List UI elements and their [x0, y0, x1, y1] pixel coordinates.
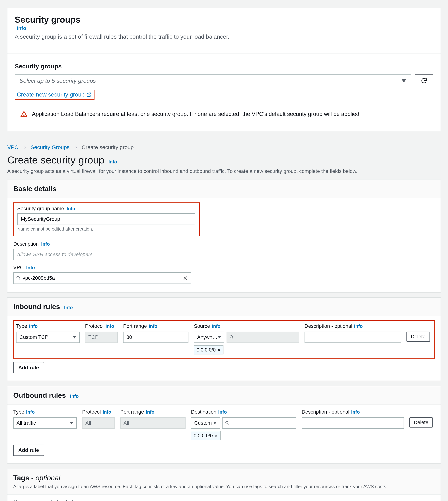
svg-line-7 [232, 338, 233, 339]
caret-down-icon [213, 422, 217, 424]
ob-desc-info[interactable]: Info [351, 409, 360, 415]
caret-down-icon [73, 336, 76, 339]
outbound-add-rule-button[interactable]: Add rule [13, 445, 44, 456]
desc-info[interactable]: Info [41, 241, 50, 247]
inbound-desc-field[interactable] [304, 332, 401, 343]
inbound-info[interactable]: Info [64, 305, 73, 310]
refresh-button[interactable] [415, 74, 433, 87]
svg-point-1 [24, 115, 24, 116]
desc-label: Description [13, 241, 39, 247]
outbound-delete-button[interactable]: Delete [409, 417, 433, 428]
chevron-right-icon [23, 146, 26, 149]
inbound-proto-field: TCP [85, 332, 118, 343]
svg-line-3 [19, 279, 20, 279]
tags-empty: No tags associated with the resource. [13, 499, 435, 501]
close-icon[interactable] [217, 348, 221, 352]
vpc-value: vpc-2009bd5a [23, 275, 55, 281]
basic-heading: Basic details [13, 185, 56, 193]
col-port: Port range [123, 323, 147, 329]
inbound-source-search[interactable] [226, 332, 299, 343]
col-proto: Protocol [85, 323, 104, 329]
name-label: Security group name [17, 206, 64, 211]
outbound-dst-select[interactable]: Custom [191, 417, 220, 429]
search-icon [229, 335, 234, 339]
col-type-ob: Type [13, 409, 24, 415]
desc-input[interactable]: Allows SSH access to developers [13, 249, 191, 260]
inbound-source-select[interactable]: Anywh… [194, 332, 224, 343]
col-desc-ob: Description - optional [302, 409, 349, 415]
svg-point-2 [17, 276, 19, 279]
outbound-port-field: All [120, 417, 186, 429]
name-hint: Name cannot be edited after creation. [17, 226, 196, 232]
sg-title: Security groups [15, 15, 433, 25]
sg-section-label: Security groups [15, 63, 433, 70]
sg-select-dropdown[interactable]: Select up to 5 security groups [15, 74, 411, 87]
tags-heading: Tags - optional [13, 474, 60, 482]
col-desc: Description - optional [304, 323, 352, 329]
ob-type-info[interactable]: Info [26, 409, 35, 415]
refresh-icon [421, 77, 428, 84]
inbound-add-rule-button[interactable]: Add rule [13, 362, 44, 373]
search-icon [225, 421, 229, 425]
outbound-proto-field: All [82, 417, 115, 429]
ob-dst-info[interactable]: Info [218, 409, 227, 415]
inbound-port-field[interactable]: 80 [123, 332, 189, 343]
ob-port-info[interactable]: Info [146, 409, 155, 415]
create-sg-link-text: Create new security group [17, 91, 85, 98]
col-dst-ob: Destination [191, 409, 216, 415]
sg-warning-alert: Application Load Balancers require at le… [15, 105, 433, 123]
sg-subtitle: A security group is a set of firewall ru… [15, 33, 433, 40]
inbound-delete-button[interactable]: Delete [406, 332, 430, 342]
name-highlight-box: Security group name Info MySecurityGroup… [13, 202, 200, 236]
crumb-current: Create security group [82, 144, 134, 150]
inbound-type-select[interactable]: Custom TCP [16, 332, 80, 343]
col-port-ob: Port range [120, 409, 144, 415]
name-value: MySecurityGroup [21, 216, 60, 222]
sg-warning-text: Application Load Balancers require at le… [32, 111, 361, 117]
outbound-cidr-chip[interactable]: 0.0.0.0/0 [191, 431, 221, 440]
inbound-cidr-chip[interactable]: 0.0.0.0/0 [194, 345, 224, 355]
page-subtitle: A security group acts as a virtual firew… [0, 166, 448, 174]
svg-point-10 [226, 421, 228, 424]
create-sg-link-highlight: Create new security group [15, 90, 95, 100]
outbound-dst-search[interactable] [222, 417, 296, 429]
caret-down-icon [70, 422, 73, 424]
clear-vpc-button[interactable] [183, 276, 188, 280]
name-input[interactable]: MySecurityGroup [17, 213, 195, 225]
outbound-type-select[interactable]: All traffic [13, 417, 77, 429]
breadcrumb: VPC Security Groups Create security grou… [0, 139, 448, 154]
type-info[interactable]: Info [29, 323, 38, 329]
close-icon[interactable] [214, 434, 218, 437]
desc-placeholder: Allows SSH access to developers [17, 252, 93, 257]
col-src: Source [194, 323, 210, 329]
security-groups-panel: Security groups Info A security group is… [7, 8, 441, 131]
page-info-link[interactable]: Info [109, 159, 117, 164]
search-icon [16, 276, 21, 280]
src-info[interactable]: Info [212, 323, 221, 329]
ob-proto-info[interactable]: Info [103, 409, 111, 415]
col-proto-ob: Protocol [82, 409, 101, 415]
sg-select-placeholder: Select up to 5 security groups [19, 78, 96, 84]
outbound-info[interactable]: Info [70, 393, 79, 399]
create-sg-link[interactable]: Create new security group [17, 91, 92, 98]
vpc-info[interactable]: Info [26, 265, 35, 271]
tags-desc: A tag is a label that you assign to an A… [13, 484, 435, 489]
caret-down-icon [401, 79, 406, 82]
outbound-desc-field[interactable] [302, 417, 404, 429]
vpc-input[interactable]: vpc-2009bd5a [13, 272, 191, 284]
desc-info2[interactable]: Info [354, 323, 363, 329]
chevron-right-icon [74, 146, 77, 149]
port-info[interactable]: Info [149, 323, 158, 329]
outbound-heading: Outbound rules [13, 391, 66, 399]
proto-info[interactable]: Info [106, 323, 114, 329]
svg-point-6 [230, 336, 233, 338]
basic-details-box: Basic details Security group name Info M… [7, 179, 441, 292]
caret-down-icon [217, 336, 221, 339]
crumb-vpc[interactable]: VPC [7, 144, 18, 150]
page-title: Create security group [7, 154, 104, 166]
vpc-label: VPC [13, 265, 24, 271]
sg-info-link[interactable]: Info [17, 25, 26, 31]
tags-box: Tags - optional A tag is a label that yo… [7, 469, 441, 501]
crumb-sg[interactable]: Security Groups [31, 144, 69, 150]
name-info[interactable]: Info [66, 206, 75, 211]
